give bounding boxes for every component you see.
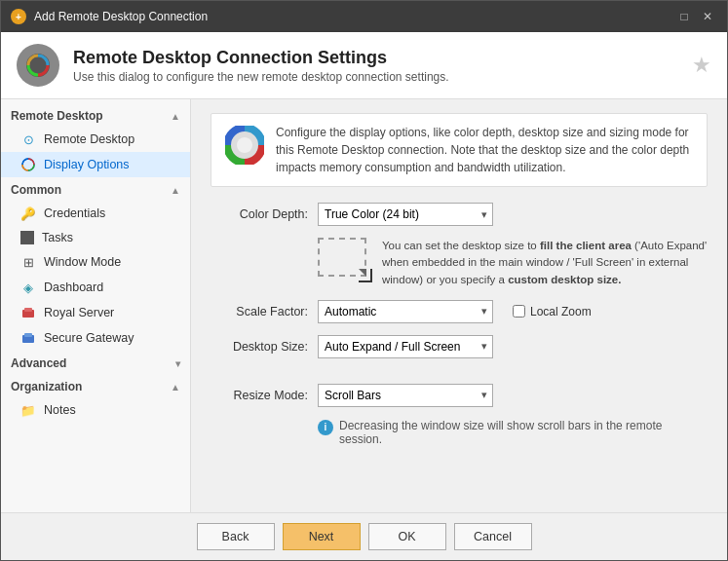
- color-depth-select-wrapper: True Color (24 bit) High Color (16 bit) …: [318, 203, 493, 226]
- title-bar-left: + Add Remote Desktop Connection: [11, 9, 208, 24]
- desktop-size-row: Desktop Size: Auto Expand / Full Screen …: [211, 335, 708, 358]
- sidebar-group-common-label: Common: [11, 183, 61, 197]
- sidebar-item-credentials[interactable]: 🔑 Credentials: [1, 201, 190, 226]
- close-button[interactable]: ✕: [698, 7, 717, 26]
- main-content: Remote Desktop ▲ ⊙ Remote Desktop Displa…: [1, 99, 727, 512]
- desktop-size-label: Desktop Size:: [211, 340, 308, 354]
- color-depth-row: Color Depth: True Color (24 bit) High Co…: [211, 203, 708, 226]
- sidebar-item-secure-gateway-label: Secure Gateway: [44, 331, 134, 345]
- sidebar-item-tasks[interactable]: Tasks: [1, 226, 190, 249]
- sidebar-item-dashboard[interactable]: ◈ Dashboard: [1, 275, 190, 300]
- sidebar-item-royal-server-label: Royal Server: [44, 306, 114, 319]
- header-subtitle: Use this dialog to configure the new rem…: [73, 70, 449, 84]
- sidebar-group-advanced-label: Advanced: [11, 356, 66, 370]
- desktop-size-diagram: [318, 238, 366, 277]
- info-box: Configure the display options, like colo…: [211, 113, 708, 187]
- next-button[interactable]: Next: [283, 523, 361, 550]
- title-bar-controls: □ ✕: [674, 7, 717, 26]
- footer: Back Next OK Cancel: [1, 512, 727, 560]
- sidebar-item-tasks-label: Tasks: [42, 231, 73, 244]
- notes-icon: 📁: [20, 402, 36, 418]
- sidebar-item-dashboard-label: Dashboard: [44, 280, 103, 294]
- info-icon: i: [318, 420, 333, 435]
- sidebar: Remote Desktop ▲ ⊙ Remote Desktop Displa…: [1, 99, 191, 512]
- desktop-hint-text: You can set the desktop size to fill the…: [382, 238, 708, 288]
- color-depth-select[interactable]: True Color (24 bit) High Color (16 bit) …: [318, 203, 493, 226]
- display-icon: [20, 157, 36, 172]
- info-text: Configure the display options, like colo…: [276, 124, 693, 176]
- header-icon: [17, 44, 59, 87]
- tasks-icon: [20, 231, 34, 244]
- main-window: + Add Remote Desktop Connection □ ✕ Remo…: [0, 0, 728, 561]
- royal-server-icon: [20, 305, 36, 320]
- header-text: Remote Desktop Connection Settings Use t…: [73, 48, 449, 84]
- chevron-down-icon-advanced: ▾: [175, 358, 180, 369]
- minimize-button[interactable]: □: [674, 7, 694, 26]
- scale-factor-select-wrapper: Automatic 100% 125% 150% 175% 200%: [318, 300, 493, 323]
- chevron-up-icon-common: ▲: [171, 185, 180, 196]
- desktop-size-select[interactable]: Auto Expand / Full Screen 1024 x 768 128…: [318, 335, 493, 358]
- credentials-icon: 🔑: [20, 206, 36, 221]
- dashboard-icon: ◈: [20, 280, 36, 295]
- sidebar-item-notes-label: Notes: [44, 403, 76, 417]
- resize-mode-select-wrapper: Scroll Bars Auto Expand Full Screen Smar…: [318, 384, 493, 407]
- title-bar: + Add Remote Desktop Connection □ ✕: [1, 1, 727, 32]
- sidebar-group-remote-desktop-label: Remote Desktop: [11, 109, 103, 123]
- chevron-up-icon: ▲: [171, 111, 180, 122]
- desktop-hint-row: You can set the desktop size to fill the…: [211, 238, 708, 288]
- svg-rect-3: [24, 308, 32, 312]
- sidebar-item-window-mode[interactable]: ⊞ Window Mode: [1, 249, 190, 275]
- sidebar-group-advanced[interactable]: Advanced ▾: [1, 351, 190, 374]
- remote-desktop-icon: ⊙: [20, 131, 36, 147]
- sidebar-group-common[interactable]: Common ▲: [1, 177, 190, 201]
- spacer: [211, 370, 708, 384]
- window-title: Add Remote Desktop Connection: [34, 10, 208, 23]
- scale-factor-row: Scale Factor: Automatic 100% 125% 150% 1…: [211, 300, 708, 323]
- info-note-text: Decreasing the window size will show scr…: [339, 419, 708, 446]
- window-mode-icon: ⊞: [20, 254, 36, 270]
- content-panel: Configure the display options, like colo…: [191, 99, 727, 512]
- sidebar-item-window-mode-label: Window Mode: [44, 255, 121, 269]
- sidebar-item-remote-desktop-label: Remote Desktop: [44, 132, 134, 146]
- svg-rect-5: [24, 333, 32, 337]
- resize-mode-select[interactable]: Scroll Bars Auto Expand Full Screen Smar…: [318, 384, 493, 407]
- sidebar-group-remote-desktop[interactable]: Remote Desktop ▲: [1, 103, 190, 127]
- color-depth-label: Color Depth:: [211, 207, 308, 221]
- resize-mode-row: Resize Mode: Scroll Bars Auto Expand Ful…: [211, 384, 708, 407]
- sidebar-group-organization-label: Organization: [11, 380, 82, 393]
- sidebar-item-secure-gateway[interactable]: Secure Gateway: [1, 325, 190, 351]
- local-zoom-wrapper: Local Zoom: [513, 305, 592, 318]
- star-icon[interactable]: ★: [692, 53, 711, 78]
- header-title: Remote Desktop Connection Settings: [73, 48, 449, 68]
- resize-mode-label: Resize Mode:: [211, 389, 308, 402]
- sidebar-item-royal-server[interactable]: Royal Server: [1, 300, 190, 325]
- back-button[interactable]: Back: [197, 523, 275, 550]
- secure-gateway-icon: [20, 330, 36, 346]
- sidebar-item-remote-desktop[interactable]: ⊙ Remote Desktop: [1, 127, 190, 152]
- desktop-size-select-wrapper: Auto Expand / Full Screen 1024 x 768 128…: [318, 335, 493, 358]
- chevron-up-icon-org: ▲: [171, 382, 180, 393]
- scale-factor-select[interactable]: Automatic 100% 125% 150% 175% 200%: [318, 300, 493, 323]
- sidebar-item-display-options-label: Display Options: [44, 158, 130, 171]
- sidebar-item-notes[interactable]: 📁 Notes: [1, 397, 190, 423]
- cancel-button[interactable]: Cancel: [454, 523, 532, 550]
- color-wheel-icon: [225, 126, 264, 165]
- app-icon: +: [11, 9, 26, 24]
- svg-point-0: [26, 54, 50, 77]
- local-zoom-checkbox[interactable]: [513, 305, 525, 318]
- sidebar-item-display-options[interactable]: Display Options: [1, 152, 190, 177]
- header: Remote Desktop Connection Settings Use t…: [1, 32, 727, 99]
- sidebar-item-credentials-label: Credentials: [44, 206, 105, 220]
- scale-factor-label: Scale Factor:: [211, 305, 308, 318]
- svg-point-7: [237, 137, 252, 153]
- sidebar-group-organization[interactable]: Organization ▲: [1, 374, 190, 397]
- local-zoom-label: Local Zoom: [530, 305, 592, 318]
- rdp-icon: [24, 52, 52, 79]
- ok-button[interactable]: OK: [368, 523, 446, 550]
- info-note: i Decreasing the window size will show s…: [318, 419, 708, 446]
